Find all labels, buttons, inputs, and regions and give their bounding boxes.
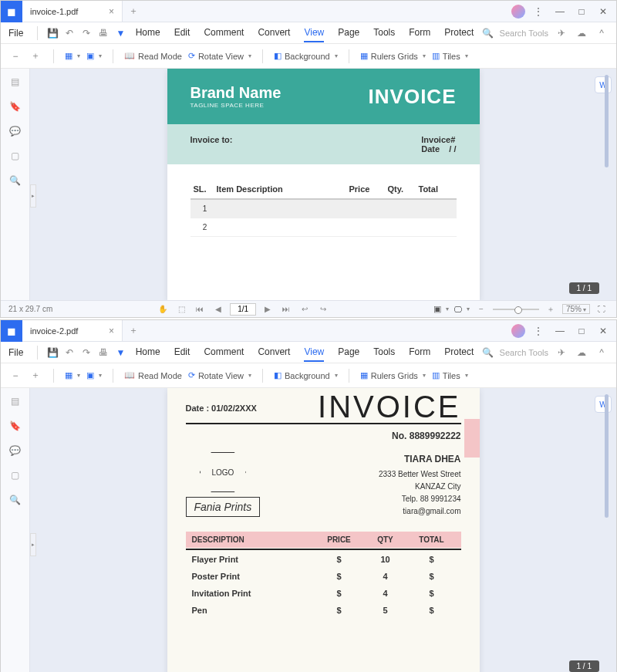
- zoom-in-icon[interactable]: ＋: [29, 49, 42, 63]
- tiles-button[interactable]: ▥Tiles: [432, 51, 468, 61]
- fit-dropdown[interactable]: ▣: [86, 51, 102, 61]
- rulers-grids-button[interactable]: ▦Rulers Grids: [360, 51, 426, 61]
- tab-home[interactable]: Home: [136, 24, 160, 42]
- redo-icon[interactable]: ↷: [79, 26, 93, 40]
- word-export-icon[interactable]: W: [595, 396, 612, 413]
- vertical-scrollbar[interactable]: [605, 394, 609, 672]
- minimize-button[interactable]: —: [551, 322, 568, 339]
- document-tab[interactable]: invoice-2.pdf ×: [22, 320, 123, 341]
- close-button[interactable]: ✕: [595, 3, 612, 20]
- comments-icon[interactable]: 💬: [8, 124, 22, 138]
- bookmarks-icon[interactable]: 🔖: [8, 419, 22, 433]
- app-logo[interactable]: ◼: [1, 320, 22, 342]
- maximize-button[interactable]: □: [573, 322, 590, 339]
- tab-edit[interactable]: Edit: [174, 343, 190, 362]
- collapse-ribbon-icon[interactable]: ^: [595, 26, 609, 40]
- send-icon[interactable]: ✈: [555, 26, 568, 40]
- tab-view[interactable]: View: [304, 343, 324, 362]
- next-page-icon[interactable]: ▶: [261, 302, 275, 316]
- search-panel-icon[interactable]: 🔍: [8, 493, 22, 507]
- zoom-in-icon[interactable]: ＋: [29, 369, 42, 383]
- rotate-view-button[interactable]: ⟳Rotate View: [188, 370, 251, 380]
- filter-icon[interactable]: ▼: [113, 346, 127, 360]
- rotate-view-button[interactable]: ⟳Rotate View: [188, 51, 251, 61]
- tab-convert[interactable]: Convert: [258, 343, 290, 362]
- fit-page-dropdown[interactable]: ▣: [433, 304, 449, 314]
- close-tab-icon[interactable]: ×: [109, 326, 114, 336]
- tab-page[interactable]: Page: [338, 24, 359, 42]
- search-tools[interactable]: Search Tools: [500, 348, 548, 357]
- bookmarks-icon[interactable]: 🔖: [8, 100, 22, 113]
- attachments-icon[interactable]: ▢: [8, 468, 22, 482]
- save-icon[interactable]: 💾: [46, 346, 59, 360]
- search-panel-icon[interactable]: 🔍: [8, 174, 22, 187]
- file-menu[interactable]: File: [8, 28, 23, 39]
- document-canvas[interactable]: Brand Name TAGLINE SPACE HERE INVOICE In…: [30, 69, 616, 300]
- tab-home[interactable]: Home: [136, 343, 160, 362]
- background-button[interactable]: ◧Background: [274, 51, 338, 61]
- tab-edit[interactable]: Edit: [174, 24, 190, 42]
- minimize-button[interactable]: —: [551, 3, 568, 20]
- app-logo[interactable]: ◼: [1, 1, 22, 22]
- comments-icon[interactable]: 💬: [8, 444, 22, 458]
- maximize-button[interactable]: □: [573, 3, 590, 20]
- close-tab-icon[interactable]: ×: [109, 6, 114, 17]
- undo-icon[interactable]: ↶: [62, 26, 76, 40]
- redo-icon[interactable]: ↷: [79, 346, 93, 360]
- thumbnails-icon[interactable]: ▤: [8, 394, 22, 408]
- save-icon[interactable]: 💾: [46, 26, 59, 40]
- collapse-ribbon-icon[interactable]: ^: [595, 346, 609, 360]
- rulers-grids-button[interactable]: ▦Rulers Grids: [360, 370, 426, 380]
- print-icon[interactable]: 🖶: [96, 26, 110, 40]
- attachments-icon[interactable]: ▢: [8, 149, 22, 163]
- zoom-slider[interactable]: [493, 309, 539, 310]
- select-tool-icon[interactable]: ⬚: [174, 302, 188, 316]
- tab-protect[interactable]: Protect: [444, 343, 474, 362]
- more-icon[interactable]: ⋮: [530, 322, 547, 339]
- fit-dropdown[interactable]: ▣: [86, 370, 102, 380]
- send-icon[interactable]: ✈: [555, 346, 568, 360]
- tab-protect[interactable]: Protect: [444, 24, 474, 42]
- cloud-icon[interactable]: ☁: [575, 346, 588, 360]
- tab-form[interactable]: Form: [409, 343, 430, 362]
- hand-tool-icon[interactable]: ✋: [156, 302, 170, 316]
- new-tab-button[interactable]: ＋: [123, 1, 144, 22]
- tab-comment[interactable]: Comment: [204, 343, 244, 362]
- search-icon[interactable]: 🔍: [482, 347, 494, 358]
- zoom-in-status-icon[interactable]: ＋: [544, 302, 558, 316]
- new-tab-button[interactable]: ＋: [123, 320, 144, 341]
- first-page-icon[interactable]: ⏮: [193, 302, 207, 316]
- tab-convert[interactable]: Convert: [258, 24, 290, 42]
- search-tools[interactable]: Search Tools: [500, 29, 548, 38]
- cloud-icon[interactable]: ☁: [575, 26, 588, 40]
- fullscreen-icon[interactable]: ⛶: [595, 302, 609, 316]
- tab-view[interactable]: View: [304, 24, 324, 42]
- tiles-button[interactable]: ▥Tiles: [432, 370, 468, 380]
- close-button[interactable]: ✕: [595, 322, 612, 339]
- tab-page[interactable]: Page: [338, 343, 359, 362]
- prev-view-icon[interactable]: ↩: [298, 302, 312, 316]
- file-menu[interactable]: File: [8, 347, 23, 358]
- vertical-scrollbar[interactable]: [605, 75, 609, 294]
- thumbnails-icon[interactable]: ▤: [8, 75, 22, 89]
- tab-form[interactable]: Form: [409, 24, 430, 42]
- zoom-out-icon[interactable]: −: [8, 369, 22, 383]
- word-export-icon[interactable]: W: [595, 76, 612, 93]
- user-avatar[interactable]: [511, 5, 525, 19]
- page-layout-dropdown[interactable]: ▦: [65, 370, 80, 380]
- filter-icon[interactable]: ▼: [113, 26, 127, 40]
- more-icon[interactable]: ⋮: [530, 3, 547, 20]
- tab-comment[interactable]: Comment: [204, 24, 244, 42]
- display-mode-dropdown[interactable]: 🖵: [453, 305, 470, 314]
- zoom-out-status-icon[interactable]: −: [474, 302, 488, 316]
- zoom-level[interactable]: 75%: [562, 304, 590, 314]
- prev-page-icon[interactable]: ◀: [211, 302, 225, 316]
- read-mode-button[interactable]: 📖Read Mode: [124, 51, 182, 61]
- next-view-icon[interactable]: ↪: [316, 302, 330, 316]
- read-mode-button[interactable]: 📖Read Mode: [124, 370, 182, 380]
- print-icon[interactable]: 🖶: [96, 346, 110, 360]
- tab-tools[interactable]: Tools: [373, 343, 395, 362]
- zoom-out-icon[interactable]: −: [8, 49, 22, 63]
- user-avatar[interactable]: [511, 324, 525, 338]
- background-button[interactable]: ◧Background: [274, 370, 338, 380]
